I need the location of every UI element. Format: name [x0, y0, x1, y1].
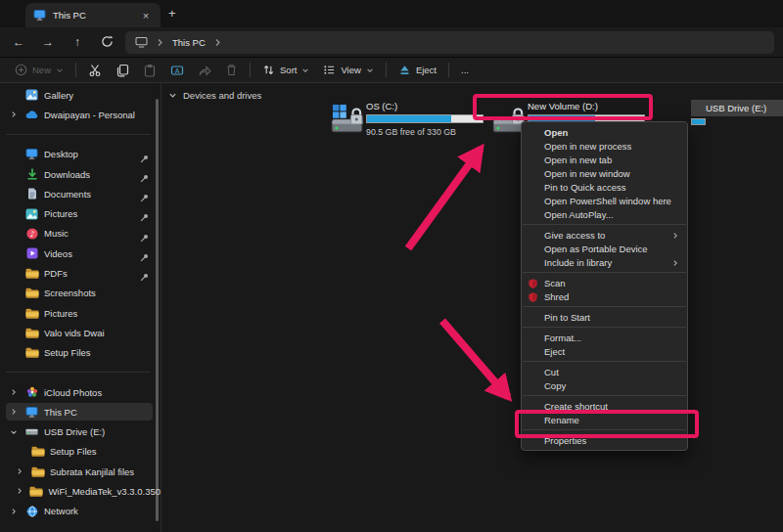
computer-icon: [135, 34, 148, 52]
view-button[interactable]: View: [316, 60, 380, 80]
more-options-button[interactable]: ...: [454, 60, 476, 80]
folder-icon: [24, 328, 39, 338]
sidebar-item-label: Gallery: [44, 90, 73, 101]
chevron-right-icon[interactable]: [14, 467, 25, 475]
new-button[interactable]: New: [8, 60, 70, 80]
sidebar-item-gallery[interactable]: Gallery: [0, 85, 161, 105]
menu-item-open-in-new-tab[interactable]: Open in new tab: [522, 153, 687, 166]
network-icon: [24, 506, 39, 517]
copy-icon: [115, 64, 129, 77]
new-tab-icon[interactable]: +: [168, 6, 176, 21]
pin-icon: [140, 169, 149, 187]
menu-item-pin-to-start[interactable]: Pin to Start: [522, 310, 687, 324]
address-bar[interactable]: This PC: [125, 31, 774, 54]
menu-item-scan[interactable]: Scan: [522, 276, 687, 289]
chevron-down-icon[interactable]: [8, 428, 20, 436]
paste-icon: [143, 64, 157, 77]
menu-separator: [522, 392, 687, 399]
paste-button[interactable]: [136, 60, 163, 80]
sidebar-item-videos[interactable]: Videos: [0, 244, 161, 263]
menu-item-open-in-new-window[interactable]: Open in new window: [522, 166, 687, 180]
usb-drive-icon: [24, 427, 39, 436]
menu-item-open-powershell-window-here[interactable]: Open PowerShell window here: [522, 194, 687, 207]
menu-separator: [522, 221, 687, 228]
menu-item-open[interactable]: Open: [522, 125, 687, 139]
menu-item-eject[interactable]: Eject: [522, 344, 687, 358]
menu-item-give-access-to[interactable]: Give access to: [522, 228, 687, 242]
plus-circle-icon: [15, 64, 27, 76]
tab-close-icon[interactable]: ×: [139, 9, 153, 22]
menu-item-open-as-portable-device[interactable]: Open as Portable Device: [522, 242, 687, 255]
sidebar-item-subrata-kanjilal-files[interactable]: Subrata Kanjilal files: [0, 462, 161, 481]
menu-item-copy[interactable]: Copy: [522, 378, 687, 392]
scissors-icon: [88, 64, 102, 77]
tab-this-pc[interactable]: This PC ×: [25, 3, 161, 27]
share-button[interactable]: [191, 60, 218, 80]
sidebar-item-this-pc[interactable]: This PC: [0, 402, 161, 421]
sidebar-item-label: Documents: [44, 189, 91, 200]
menu-item-include-in-library[interactable]: Include in library: [522, 255, 687, 269]
menu-item-label: Open in new process: [544, 141, 631, 152]
menu-separator: [522, 303, 687, 310]
sidebar-item-music[interactable]: ♪Music: [0, 224, 161, 244]
forward-icon[interactable]: →: [37, 31, 59, 53]
videos-icon: [24, 247, 39, 259]
sidebar-scrollbar[interactable]: [156, 99, 159, 521]
folder-icon: [24, 268, 39, 279]
cut-button[interactable]: [81, 60, 109, 80]
breadcrumb-this-pc[interactable]: This PC: [172, 37, 206, 48]
folder-icon: [30, 466, 45, 477]
sidebar-item-icloud-photos[interactable]: iCloud Photos: [0, 382, 161, 402]
sidebar-item-label: Music: [44, 228, 69, 239]
sidebar-item-usb-drive-e[interactable]: USB Drive (E:): [0, 421, 161, 441]
command-bar: New A Sort View: [0, 57, 783, 83]
sidebar-item-setup-files[interactable]: Setup Files: [0, 442, 161, 462]
music-icon: ♪: [24, 228, 39, 240]
section-devices-and-drives[interactable]: Devices and drives: [168, 90, 261, 101]
chevron-right-icon[interactable]: [8, 111, 20, 118]
drive-tile-os-c[interactable]: OS (C:)90.5 GB free of 330 GB: [331, 101, 491, 140]
copy-button[interactable]: [109, 60, 136, 80]
sidebar-item-documents[interactable]: Documents: [0, 184, 161, 203]
menu-separator: [522, 269, 687, 276]
sidebar-item-dwaipayan-personal[interactable]: Dwaipayan - Personal: [0, 105, 161, 124]
sidebar-item-downloads[interactable]: Downloads: [0, 164, 161, 184]
desktop-icon: [24, 149, 39, 159]
downloads-icon: [24, 168, 39, 180]
chevron-right-icon[interactable]: [14, 487, 24, 495]
chevron-right-icon[interactable]: [8, 408, 20, 416]
menu-item-shred[interactable]: Shred: [522, 289, 687, 303]
sidebar-item-setup-files[interactable]: Setup Files: [0, 343, 161, 363]
delete-button[interactable]: [218, 60, 245, 80]
chevron-right-icon: [214, 38, 221, 47]
menu-item-format[interactable]: Format...: [522, 331, 687, 344]
sidebar-item-valo-vids-dwai[interactable]: Valo vids Dwai: [0, 323, 161, 342]
context-menu: OpenOpen in new processOpen in new tabOp…: [521, 121, 688, 451]
sidebar-item-network[interactable]: Network: [0, 502, 161, 521]
rename-button[interactable]: A: [163, 60, 191, 80]
pin-icon: [140, 189, 149, 206]
sidebar-item-label: Screenshots: [44, 288, 96, 298]
sidebar-item-screenshots[interactable]: Screenshots: [0, 284, 161, 303]
menu-item-label: Open in new window: [544, 168, 630, 179]
sidebar-item-pictures[interactable]: Pictures: [0, 303, 161, 323]
drive-name-selected[interactable]: USB Drive (E:): [691, 100, 783, 116]
chevron-right-icon[interactable]: [8, 508, 20, 515]
sort-button[interactable]: Sort: [255, 60, 316, 80]
sidebar-item-desktop[interactable]: Desktop: [0, 145, 161, 164]
menu-item-open-autoplay[interactable]: Open AutoPlay...: [522, 207, 687, 221]
pin-icon: [140, 229, 149, 246]
eject-button[interactable]: Eject: [392, 60, 443, 80]
sidebar-item-wifi-mediatek-v3-3-0-350[interactable]: WiFi_MediaTek_v3.3.0.350: [0, 481, 161, 501]
chevron-right-icon[interactable]: [8, 388, 20, 396]
svg-text:A: A: [175, 66, 180, 73]
refresh-icon[interactable]: [96, 31, 117, 53]
sidebar-item-pictures[interactable]: Pictures: [0, 203, 161, 223]
menu-item-pin-to-quick-access[interactable]: Pin to Quick access: [522, 180, 687, 194]
menu-item-cut[interactable]: Cut: [522, 365, 687, 378]
menu-item-open-in-new-process[interactable]: Open in new process: [522, 139, 687, 153]
up-icon[interactable]: ↑: [67, 31, 88, 53]
sidebar-item-pdfs[interactable]: PDFs: [0, 263, 161, 283]
menu-item-label: Open as Portable Device: [544, 244, 648, 254]
back-icon[interactable]: ←: [8, 31, 29, 53]
